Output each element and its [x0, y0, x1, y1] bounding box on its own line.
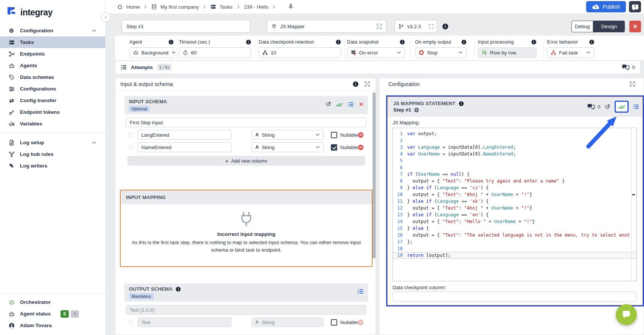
column-type-select[interactable]: A String: [252, 142, 324, 152]
sidebar-item-agent-status[interactable]: Agent status 0 0: [0, 308, 105, 320]
debug-tab[interactable]: Debug: [571, 21, 593, 32]
version-select[interactable]: v3.2.3: [395, 20, 437, 33]
column-name-field[interactable]: [138, 130, 232, 140]
expand-icon[interactable]: [429, 24, 433, 29]
code-line[interactable]: 14 output = { "Text": "Hello " + UserNam…: [393, 218, 636, 225]
sidebar-item-config-transfer[interactable]: ⇄ Config transfer: [0, 95, 105, 106]
checkpoint-column-input[interactable]: [396, 292, 633, 297]
code-line[interactable]: 13} else if (Language == 'en') {: [393, 211, 636, 218]
column-radio[interactable]: [128, 145, 133, 150]
code-line[interactable]: 15} else {: [393, 225, 636, 232]
info-icon[interactable]: [589, 39, 594, 45]
sidebar-item-log-writers[interactable]: ✎ Log writers: [0, 160, 105, 172]
expand-icon[interactable]: [365, 81, 370, 87]
info-icon[interactable]: [353, 81, 359, 87]
info-icon[interactable]: [531, 39, 536, 45]
undo-icon[interactable]: ↺: [326, 101, 331, 107]
apply-mapping-button[interactable]: [615, 101, 629, 113]
add-column-button[interactable]: + Add new column: [127, 156, 365, 166]
timeout-field[interactable]: 60: [179, 47, 251, 58]
breadcrumb-company[interactable]: My first company: [161, 4, 199, 10]
info-icon[interactable]: [336, 39, 341, 45]
column-radio[interactable]: [128, 133, 133, 137]
checkpoint-column-field[interactable]: [392, 291, 637, 302]
retention-field[interactable]: 10: [259, 47, 341, 58]
code-line[interactable]: 2: [393, 137, 636, 144]
schema-list-icon[interactable]: [358, 288, 364, 294]
sidebar-item-endpoints[interactable]: Endpoints: [0, 48, 105, 60]
column-name-input[interactable]: [141, 132, 228, 138]
attempts-bar[interactable]: Attempts 1 / 5s 0: [115, 60, 641, 74]
sidebar-section-log-setup[interactable]: Log setup: [0, 137, 105, 148]
panel-scrollbar[interactable]: [373, 92, 376, 258]
sidebar-collapse-button[interactable]: ‹: [101, 12, 111, 22]
input-schema-name-field[interactable]: [126, 118, 367, 127]
code-line[interactable]: 1var output;: [393, 130, 636, 137]
expand-icon[interactable]: [377, 24, 382, 29]
snapshot-select[interactable]: On error: [347, 47, 405, 58]
sidebar-item-user[interactable]: Adam Tovara: [0, 320, 105, 331]
sidebar-section-configuration[interactable]: ⚙ Configuration: [0, 25, 105, 36]
code-editor[interactable]: 1var output;23var Language = inputData[0…: [392, 128, 637, 281]
expand-icon[interactable]: [630, 81, 639, 87]
info-icon[interactable]: [442, 23, 449, 30]
breadcrumb-task[interactable]: 239 - Hello: [244, 4, 268, 10]
code-line[interactable]: 16 output = { "Text": "The selected lang…: [393, 232, 636, 238]
code-line[interactable]: 5: [393, 157, 636, 164]
breadcrumb-home[interactable]: Home: [126, 4, 140, 10]
close-step-button[interactable]: ✕: [629, 21, 641, 32]
task-comments-button[interactable]: 0: [622, 64, 635, 70]
remove-column-icon[interactable]: [358, 145, 364, 150]
pin-icon[interactable]: [288, 4, 293, 10]
nullable-checkbox[interactable]: [331, 132, 337, 138]
input-schema-name-input[interactable]: [130, 120, 363, 125]
block-comments-button[interactable]: 0: [587, 104, 600, 110]
app-logo[interactable]: integray: [0, 0, 105, 20]
code-line[interactable]: 9} else if (Language == 'cz') {: [393, 184, 636, 191]
nullable-checkbox[interactable]: [331, 144, 337, 151]
sidebar-item-agents[interactable]: Agents: [0, 60, 105, 71]
column-type-select[interactable]: A String: [252, 130, 324, 140]
info-icon[interactable]: [459, 101, 464, 106]
sidebar-item-configurations[interactable]: Configurations: [0, 83, 105, 95]
sidebar-item-endpoint-tokens[interactable]: Endpoint tokens: [0, 106, 105, 118]
code-line[interactable]: 6: [393, 164, 636, 171]
editor-scrollbar[interactable]: [631, 129, 632, 280]
publish-button[interactable]: Publish: [586, 1, 626, 12]
sidebar-item-log-hub-rules[interactable]: Log hub rules: [0, 148, 105, 160]
sidebar-item-variables[interactable]: √x Variables: [0, 118, 105, 130]
schema-list-icon[interactable]: [348, 101, 354, 107]
breadcrumb-tasks[interactable]: Tasks: [220, 4, 233, 10]
code-line[interactable]: 8 output = { "Text": "Please try again a…: [393, 178, 636, 184]
editor-scroll-thumb[interactable]: [632, 194, 635, 195]
sidebar-item-data-schemas[interactable]: Data schemas: [0, 71, 105, 83]
agent-select[interactable]: Background: [129, 47, 174, 58]
component-select[interactable]: JS Mapper: [267, 20, 386, 33]
code-line[interactable]: 18: [393, 245, 636, 252]
info-icon[interactable]: [168, 39, 174, 45]
code-line[interactable]: 17};: [393, 238, 636, 245]
sidebar-item-orchestrator[interactable]: Orchestrator: [0, 296, 105, 308]
mapping-list-icon[interactable]: [633, 104, 639, 110]
code-line[interactable]: 11} else if (Language == 'sk') {: [393, 198, 636, 205]
remove-schema-icon[interactable]: ✕: [359, 101, 364, 107]
code-line[interactable]: 19return [output];: [393, 252, 636, 259]
column-name-input[interactable]: [141, 145, 228, 150]
code-line[interactable]: 3var Language = inputData[0].LangEntered…: [393, 144, 636, 151]
validate-double-check-icon[interactable]: [336, 102, 343, 107]
info-icon[interactable]: [176, 287, 181, 292]
code-line[interactable]: 4var UserName = inputData[0].NameEntered…: [393, 151, 636, 157]
empty-output-select[interactable]: Stop: [415, 47, 467, 58]
chat-widget-button[interactable]: [616, 304, 637, 325]
step-name-input[interactable]: [126, 24, 246, 29]
column-radio[interactable]: [128, 320, 133, 325]
sidebar-item-tasks[interactable]: Tasks: [0, 36, 105, 48]
info-icon[interactable]: [246, 39, 251, 45]
info-icon[interactable]: [400, 39, 405, 45]
code-line[interactable]: 12 output = { "Text": "Ahoj " + UserName…: [393, 205, 636, 211]
help-button[interactable]: ?: [629, 1, 641, 12]
step-name-field[interactable]: [122, 20, 250, 33]
error-behavior-select[interactable]: Fail task: [547, 47, 594, 58]
nullable-checkbox[interactable]: [331, 319, 337, 326]
code-line[interactable]: 10 output = { "Text": "Ahoj " + UserName…: [393, 191, 636, 198]
